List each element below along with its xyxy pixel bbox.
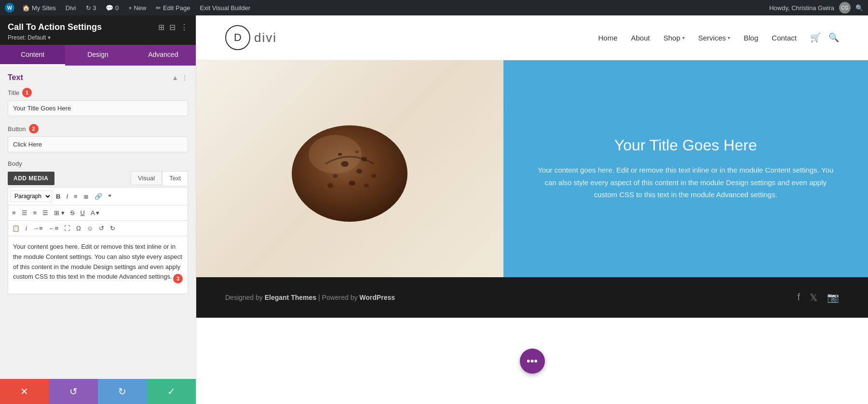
expand-icon[interactable]: ⊟ xyxy=(169,23,176,32)
bold-button[interactable]: B xyxy=(54,192,62,201)
admin-bar-new[interactable]: + New xyxy=(126,4,148,12)
svg-point-9 xyxy=(355,150,359,153)
fullscreen-button[interactable]: ⛶ xyxy=(62,224,72,233)
settings-panel: Call To Action Settings ⊞ ⊟ ⋮ Preset: De… xyxy=(0,15,196,404)
editor-toolbar-row3: 📋 i →≡ ←≡ ⛶ Ω ☺ ↺ ↻ xyxy=(8,221,188,236)
svg-point-2 xyxy=(341,161,349,167)
body-label: Body xyxy=(8,160,188,167)
undo-button[interactable]: ↺ xyxy=(49,379,98,404)
admin-bar-edit-page[interactable]: ✏ Edit Page xyxy=(154,4,192,12)
svg-point-5 xyxy=(333,174,338,178)
editor-content[interactable]: Your content goes here. Edit or remove t… xyxy=(8,236,188,294)
panel-tabs: Content Design Advanced xyxy=(0,45,196,66)
strikethrough-button[interactable]: S xyxy=(68,208,77,217)
title-field-group: Title 1 xyxy=(8,88,188,116)
paste-button[interactable]: 📋 xyxy=(10,224,22,233)
save-button[interactable]: ✓ xyxy=(147,379,196,404)
preset-label: Preset: Default ▾ xyxy=(8,34,188,41)
nav-item-about[interactable]: About xyxy=(631,34,650,42)
title-input[interactable] xyxy=(8,100,188,116)
twitter-icon[interactable]: 𝕏 xyxy=(810,292,817,303)
facebook-icon[interactable]: f xyxy=(797,292,800,303)
link-button[interactable]: 🔗 xyxy=(93,192,104,201)
editor-tabs: Visual Text xyxy=(131,171,188,185)
instagram-icon[interactable]: 📷 xyxy=(827,292,839,303)
italic2-button[interactable]: i xyxy=(24,224,29,233)
tab-design[interactable]: Design xyxy=(65,45,130,66)
emoji-button[interactable]: ☺ xyxy=(85,224,95,233)
indent-button[interactable]: →≡ xyxy=(31,224,45,233)
body-badge: 3 xyxy=(173,274,183,283)
editor-toolbar-row1: Paragraph B I ≡ ≣ 🔗 ❝ xyxy=(8,187,188,205)
button-input[interactable] xyxy=(8,136,188,152)
panel-footer: ✕ ↺ ↻ ✓ xyxy=(0,379,196,404)
footer-credits: Designed by Elegant Themes | Powered by … xyxy=(225,294,395,301)
blockquote-button[interactable]: ❝ xyxy=(106,192,113,201)
button-field-group: Button 2 xyxy=(8,124,188,152)
ol-button[interactable]: ≣ xyxy=(81,192,91,201)
align-left-button[interactable]: ≡ xyxy=(10,208,18,217)
nav-item-home[interactable]: Home xyxy=(598,34,617,42)
align-center-button[interactable]: ☰ xyxy=(20,208,29,217)
button-badge: 2 xyxy=(29,124,39,134)
editor-tab-visual[interactable]: Visual xyxy=(131,171,162,185)
panel-body: Text ▲ ⋮ Title 1 Button 2 xyxy=(0,66,196,379)
italic-button[interactable]: I xyxy=(64,192,70,201)
admin-bar-exit-vb[interactable]: Exit Visual Builder xyxy=(198,4,252,12)
button-label: Button 2 xyxy=(8,124,188,134)
redo-editor-button[interactable]: ↻ xyxy=(108,224,117,233)
hero-area: Your Title Goes Here Your content goes h… xyxy=(196,60,868,277)
svg-point-11 xyxy=(364,184,369,188)
nav-item-services[interactable]: Services▾ xyxy=(698,34,731,42)
body-field-group: Body ADD MEDIA Visual Text Paragraph B I xyxy=(8,160,188,294)
search-icon[interactable]: 🔍 xyxy=(855,4,863,12)
title-label: Title 1 xyxy=(8,88,188,97)
nav-item-contact[interactable]: Contact xyxy=(772,34,797,42)
collapse-icon[interactable]: ⊞ xyxy=(158,23,164,32)
admin-bar-right: Howdy, Christina Gwira CG 🔍 xyxy=(769,2,863,13)
svg-point-8 xyxy=(371,174,376,178)
section-collapse-icon[interactable]: ▲ xyxy=(172,74,178,81)
ul-button[interactable]: ≡ xyxy=(72,192,80,201)
special-char-button[interactable]: Ω xyxy=(74,224,83,233)
underline-button[interactable]: U xyxy=(78,208,86,217)
editor-toolbar-row2: ≡ ☰ ≡ ☰ ⊞ ▾ S U A ▾ xyxy=(8,205,188,221)
admin-bar-divi[interactable]: Divi xyxy=(64,4,78,12)
svg-point-1 xyxy=(309,135,362,174)
panel-title: Call To Action Settings xyxy=(8,22,102,32)
outdent-button[interactable]: ←≡ xyxy=(46,224,60,233)
wp-logo-icon[interactable]: W xyxy=(5,3,14,13)
redo-button[interactable]: ↻ xyxy=(98,379,147,404)
tab-advanced[interactable]: Advanced xyxy=(131,45,196,66)
svg-point-10 xyxy=(327,183,333,188)
user-avatar[interactable]: CG xyxy=(839,2,851,13)
admin-bar-updates[interactable]: ↻ 3 xyxy=(84,4,98,12)
text-color-button[interactable]: A ▾ xyxy=(89,208,102,217)
fab-button[interactable]: ••• xyxy=(520,349,545,374)
paragraph-select[interactable]: Paragraph xyxy=(10,190,52,202)
nav-item-shop[interactable]: Shop▾ xyxy=(664,34,685,42)
admin-bar-comments[interactable]: 💬 0 xyxy=(104,4,121,12)
bread-image xyxy=(282,101,417,236)
cart-icon[interactable]: 🛒 xyxy=(810,32,821,43)
admin-bar-mysites[interactable]: 🏠 My Sites xyxy=(20,4,58,12)
editor-tab-text[interactable]: Text xyxy=(162,171,188,185)
add-media-button[interactable]: ADD MEDIA xyxy=(8,172,54,185)
menu-icon[interactable]: ⋮ xyxy=(180,23,188,32)
section-menu-icon[interactable]: ⋮ xyxy=(181,74,188,81)
wp-admin-bar: W 🏠 My Sites Divi ↻ 3 💬 0 + New ✏ Edit P… xyxy=(0,0,868,15)
justify-button[interactable]: ☰ xyxy=(41,208,50,217)
logo-d: D xyxy=(234,31,242,44)
section-header: Text ▲ ⋮ xyxy=(8,73,188,82)
howdy-text: Howdy, Christina Gwira xyxy=(769,4,834,12)
table-button[interactable]: ⊞ ▾ xyxy=(52,208,67,217)
site-nav: Home About Shop▾ Services▾ Blog Contact … xyxy=(598,32,839,43)
nav-search-icon[interactable]: 🔍 xyxy=(828,32,839,43)
site-footer: Designed by Elegant Themes | Powered by … xyxy=(196,277,868,318)
nav-item-blog[interactable]: Blog xyxy=(744,34,758,42)
cancel-button[interactable]: ✕ xyxy=(0,379,49,404)
panel-header: Call To Action Settings ⊞ ⊟ ⋮ Preset: De… xyxy=(0,15,196,45)
undo-editor-button[interactable]: ↺ xyxy=(97,224,106,233)
tab-content[interactable]: Content xyxy=(0,45,65,66)
align-right-button[interactable]: ≡ xyxy=(31,208,39,217)
